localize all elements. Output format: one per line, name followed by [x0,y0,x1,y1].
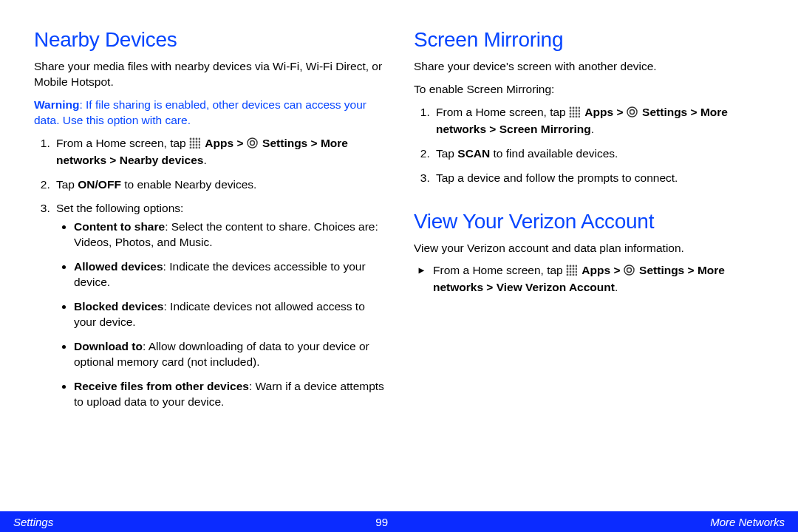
o1b: Content to share [74,220,165,233]
o5b: Receive files from other devices [74,380,249,392]
opt-receive-files: Receive files from other devices: Warn i… [74,379,384,410]
opt-allowed-devices: Allowed devices: Indicate the devices ac… [74,259,384,290]
settings-gear-icon [627,106,638,122]
svg-point-34 [627,107,637,117]
vz-gt2: > [684,264,698,276]
svg-point-27 [573,112,575,115]
svg-point-40 [567,268,569,270]
opt-content-to-share: Content to share: Select the content to … [74,219,384,250]
apps-grid-icon [569,106,580,122]
svg-point-44 [567,271,569,273]
sm-step-1: From a Home screen, tap Apps > Settings … [433,105,764,137]
steps-verizon: From a Home screen, tap Apps > Settings … [414,263,764,296]
vz-period: . [615,281,618,293]
step-2: Tap ON/OFF to enable Nearby devices. [53,177,384,193]
settings-gear-icon [624,265,635,280]
sm-step-2: Tap SCAN to find available devices. [433,146,764,162]
svg-point-20 [576,106,578,109]
svg-point-33 [579,115,580,117]
svg-point-28 [576,112,578,115]
heading-nearby-devices: Nearby Devices [34,28,384,52]
svg-point-15 [199,146,200,148]
step1-prefix: From a Home screen, tap [56,137,189,149]
gt1: > [233,137,247,149]
svg-point-4 [190,140,192,143]
vz-intro: View your Verizon account and data plan … [414,241,764,256]
heading-screen-mirroring: Screen Mirroring [414,28,764,52]
sm-gt1: > [613,106,627,118]
sm-apps: Apps [584,106,613,118]
svg-point-18 [570,106,572,109]
svg-point-51 [576,274,577,276]
svg-point-46 [573,271,575,273]
svg-point-35 [630,109,634,114]
svg-point-41 [570,268,572,270]
svg-point-53 [627,268,631,273]
vz-settings: Settings [639,264,684,276]
steps-nearby: From a Home screen, tap Apps > Settings … [34,136,384,410]
opt-blocked-devices: Blocked devices: Indicate devices not al… [74,299,384,330]
svg-point-16 [248,138,257,148]
steps-mirroring: From a Home screen, tap Apps > Settings … [414,105,764,186]
svg-point-43 [576,268,577,270]
svg-point-21 [579,106,580,109]
footer-right: More Networks [710,516,785,528]
warning-body: : If file sharing is enabled, other devi… [34,98,366,126]
svg-point-38 [573,265,575,267]
right-column: Screen Mirroring Share your device's scr… [414,28,764,502]
warning-label: Warning [34,98,79,111]
svg-point-29 [579,112,580,115]
svg-point-17 [250,140,254,145]
gt2: > [307,137,321,149]
svg-point-45 [570,271,572,273]
sm2b: SCAN [457,147,490,160]
intro-nearby: Share your media files with nearby devic… [34,59,384,90]
footer-left: Settings [13,516,53,528]
svg-point-9 [193,143,195,146]
sm2c: to find available devices. [490,147,618,160]
heading-verizon: View Your Verizon Account [414,210,764,233]
svg-point-52 [624,265,634,275]
s2b: ON/OFF [78,178,121,191]
svg-point-6 [196,140,198,143]
svg-point-42 [573,268,575,270]
svg-point-5 [193,140,195,143]
page-body: Nearby Devices Share your media files wi… [0,0,798,502]
svg-point-10 [196,143,198,146]
settings-gear-icon [247,137,258,153]
page-footer: Settings 99 More Networks [0,511,798,532]
o2b: Allowed devices [74,260,163,273]
svg-point-11 [199,143,200,146]
svg-point-48 [567,274,569,276]
svg-point-26 [570,112,572,115]
vz-apps: Apps [582,264,610,276]
o3b: Blocked devices [74,300,163,313]
svg-point-47 [576,271,577,273]
s2c: to enable Nearby devices. [121,178,257,191]
svg-point-22 [570,109,572,112]
apps-label: Apps [205,137,233,149]
svg-point-36 [567,265,569,267]
section-screen-mirroring: Screen Mirroring Share your device's scr… [414,28,764,186]
warning-text: Warning: If file sharing is enabled, oth… [34,98,384,129]
sm-settings: Settings [642,106,687,118]
settings-label: Settings [262,137,307,149]
vz-gt1: > [610,264,624,276]
svg-point-49 [570,274,572,276]
s3-text: Set the following options: [56,202,183,214]
svg-point-19 [573,106,575,109]
left-column: Nearby Devices Share your media files wi… [34,28,384,502]
apps-grid-icon [566,265,577,280]
sm-step-3: Tap a device and follow the prompts to c… [433,171,764,186]
svg-point-0 [190,137,192,140]
svg-point-13 [193,146,195,148]
vz-step: From a Home screen, tap Apps > Settings … [414,263,764,296]
svg-point-12 [190,146,192,148]
sm-gt2: > [687,106,700,118]
svg-point-50 [573,274,575,276]
sm2a: Tap [436,147,457,160]
vz-prefix: From a Home screen, tap [433,264,566,276]
period1: . [203,154,206,166]
sm1-prefix: From a Home screen, tap [436,106,569,118]
o4b: Download to [74,340,143,352]
